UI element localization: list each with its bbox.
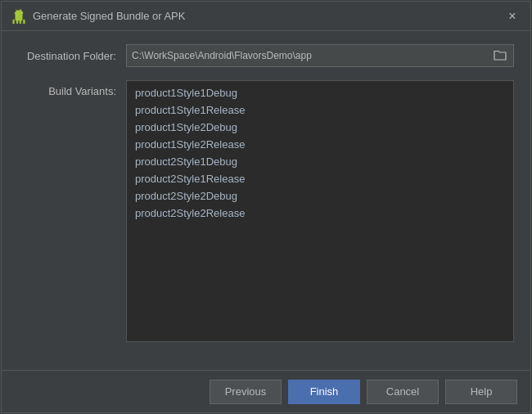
list-item[interactable]: product2Style2Debug <box>127 187 513 205</box>
destination-folder-row: Destination Folder: <box>18 44 514 67</box>
dialog-footer: Previous Finish Cancel Help <box>2 370 530 412</box>
generate-signed-bundle-dialog: Generate Signed Bundle or APK × Destinat… <box>1 1 531 413</box>
list-item[interactable]: product1Style2Debug <box>127 119 513 136</box>
list-item[interactable]: product2Style1Debug <box>127 153 513 170</box>
dialog-title: Generate Signed Bundle or APK <box>33 10 504 22</box>
destination-folder-label: Destination Folder: <box>18 50 116 62</box>
destination-folder-input[interactable] <box>132 50 492 61</box>
destination-folder-field <box>126 44 514 67</box>
dialog-content: Destination Folder: Build Variants: prod… <box>2 31 530 370</box>
browse-folder-button[interactable] <box>492 49 508 63</box>
build-variants-list[interactable]: product1Style1Debugproduct1Style1Release… <box>126 80 514 342</box>
title-bar: Generate Signed Bundle or APK × <box>2 2 530 31</box>
build-variants-row: Build Variants: product1Style1Debugprodu… <box>18 80 514 357</box>
list-item[interactable]: product2Style1Release <box>127 170 513 187</box>
help-button[interactable]: Help <box>445 380 517 404</box>
previous-button[interactable]: Previous <box>210 380 282 404</box>
close-button[interactable]: × <box>504 10 521 23</box>
cancel-button[interactable]: Cancel <box>367 380 439 404</box>
list-item[interactable]: product1Style2Release <box>127 136 513 153</box>
finish-button[interactable]: Finish <box>288 380 360 404</box>
list-item[interactable]: product1Style1Release <box>127 101 513 119</box>
list-item[interactable]: product2Style2Release <box>127 205 513 222</box>
build-variants-label: Build Variants: <box>18 80 116 97</box>
android-icon <box>11 9 26 24</box>
list-item[interactable]: product1Style1Debug <box>127 84 513 101</box>
